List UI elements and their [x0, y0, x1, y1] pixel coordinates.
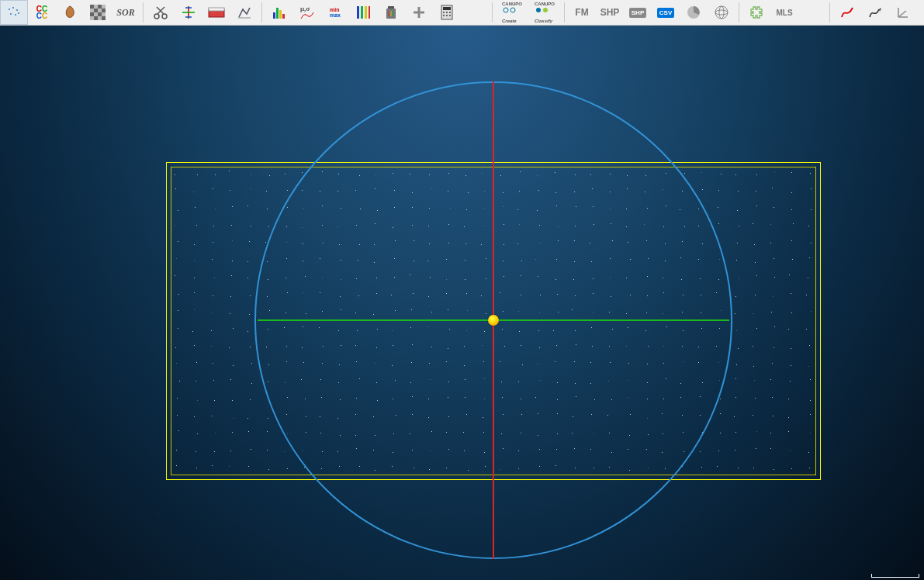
section-extract-button[interactable]: [202, 0, 230, 25]
plugin-icon: [749, 5, 764, 20]
svg-rect-22: [209, 8, 224, 11]
svg-point-47: [504, 8, 508, 12]
origin-marker: [488, 315, 499, 326]
curve-arrow-icon: [867, 5, 883, 20]
svg-point-0: [9, 9, 10, 10]
svg-rect-13: [94, 16, 98, 20]
rasterize-button[interactable]: [230, 0, 258, 25]
svg-rect-33: [388, 6, 394, 9]
scalar-fields-button[interactable]: [349, 0, 377, 25]
histogram-button[interactable]: [265, 0, 293, 25]
plugin-button[interactable]: [742, 0, 770, 25]
delete-sf-icon: [384, 5, 398, 20]
svg-rect-41: [443, 12, 445, 13]
toolbar-separator: [261, 2, 262, 22]
nc-label: MLS: [776, 9, 792, 17]
curve-red-icon: [839, 5, 855, 20]
axis-y: [493, 81, 494, 559]
canupo-create-button[interactable]: CANUPO Create: [496, 0, 528, 25]
svg-point-3: [10, 13, 12, 15]
kd-button[interactable]: FM: [568, 0, 596, 25]
svg-point-53: [715, 10, 728, 15]
svg-rect-9: [94, 9, 98, 12]
svg-rect-7: [90, 5, 94, 9]
bounding-box-outer: [166, 162, 821, 480]
calculator-icon: [441, 5, 453, 20]
toolbar: CCCC SOR: [0, 0, 924, 26]
minmax-button[interactable]: minmax: [321, 0, 349, 25]
globe-button[interactable]: [708, 0, 735, 25]
svg-rect-46: [449, 15, 451, 16]
pie-icon: [686, 5, 701, 20]
rasterize-icon: [237, 5, 252, 20]
svg-point-49: [536, 8, 541, 12]
add-button[interactable]: [405, 0, 433, 25]
csv-icon: CSV: [657, 8, 674, 18]
primitive-button[interactable]: [56, 0, 84, 25]
globe-icon: [714, 5, 729, 20]
svg-rect-30: [365, 6, 367, 19]
sor-button[interactable]: SOR: [112, 0, 140, 25]
svg-point-15: [154, 14, 159, 19]
bounding-box-inner: [171, 167, 816, 475]
toolbar-separator: [564, 2, 565, 22]
cross-section-icon: [181, 5, 196, 20]
svg-rect-12: [98, 12, 102, 16]
scissors-button[interactable]: [147, 0, 175, 25]
svg-point-1: [12, 7, 14, 9]
svg-point-50: [543, 8, 548, 12]
mls-button[interactable]: [798, 0, 826, 25]
svg-rect-14: [102, 16, 106, 20]
noise-filter-button[interactable]: [0, 0, 28, 25]
cc-colorize-icon: CCCC: [36, 5, 47, 19]
svg-point-54: [719, 6, 724, 19]
svg-rect-44: [443, 15, 445, 16]
checkerboard-button[interactable]: [84, 0, 112, 25]
stats-button[interactable]: μ,σ: [293, 0, 321, 25]
svg-point-52: [715, 6, 728, 19]
svg-rect-31: [369, 6, 370, 19]
svg-marker-55: [879, 8, 881, 12]
svg-line-58: [898, 11, 906, 17]
svg-rect-40: [443, 7, 451, 10]
cross-section-button[interactable]: [175, 0, 202, 25]
toolbar-separator: [739, 2, 739, 22]
shp-button[interactable]: SHP: [624, 0, 652, 25]
svg-rect-25: [276, 8, 279, 19]
svg-rect-27: [282, 14, 285, 19]
sor-label: SOR: [116, 7, 134, 19]
stats-icon: μ,σ: [300, 5, 314, 19]
kd-label: FM: [575, 7, 588, 18]
section-extract-icon: [208, 5, 225, 20]
point-cloud: [0, 26, 924, 580]
svg-point-48: [510, 8, 515, 12]
svg-point-16: [162, 14, 167, 19]
svg-rect-28: [357, 6, 359, 19]
viewport-3d[interactable]: [0, 26, 924, 580]
toolbar-separator: [143, 2, 144, 22]
orient-button[interactable]: [889, 0, 917, 25]
axis-x: [258, 319, 729, 321]
scale-bar: [871, 574, 919, 578]
view-circle: [254, 81, 732, 559]
svg-rect-43: [449, 12, 451, 13]
delete-sf-button[interactable]: [377, 0, 405, 25]
curve-arrow-button[interactable]: [861, 0, 889, 25]
canupo-classify-button[interactable]: CANUPO Classify: [528, 0, 561, 25]
curve-red-button[interactable]: [833, 0, 861, 25]
csv-button[interactable]: CSV: [652, 0, 680, 25]
cc-colorize-button[interactable]: CCCC: [28, 0, 56, 25]
svg-rect-42: [446, 12, 448, 13]
histogram-icon: [272, 5, 287, 20]
canupo-classify-icon: CANUPO Classify: [535, 2, 555, 23]
orient-icon: [895, 5, 911, 20]
sf-button[interactable]: [461, 0, 489, 25]
checkerboard-icon: [90, 5, 106, 20]
fm-button[interactable]: SHP: [596, 0, 624, 25]
calculator-button[interactable]: [433, 0, 461, 25]
svg-rect-26: [279, 10, 282, 19]
minmax-label: minmax: [330, 7, 341, 18]
svg-point-5: [18, 12, 19, 14]
nc-button[interactable]: MLS: [770, 0, 798, 25]
pie-button[interactable]: [680, 0, 708, 25]
